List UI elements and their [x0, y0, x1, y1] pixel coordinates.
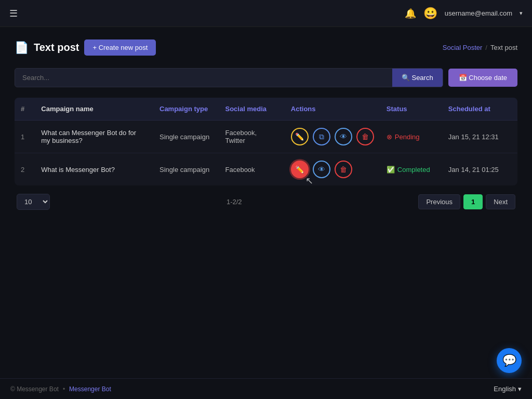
row2-delete-button[interactable]: 🗑 [335, 161, 352, 178]
row2-view-button[interactable]: 👁 [313, 161, 330, 178]
row2-status: ✅ Completed [380, 153, 442, 186]
row1-social-media: Facebook, Twitter [219, 121, 285, 153]
pagination-row: 10 25 50 100 1-2/2 Previous 1 Next [15, 194, 517, 210]
row2-edit-button[interactable]: ✏️ [291, 161, 309, 178]
row1-edit-button[interactable]: ✏️ [291, 128, 309, 145]
footer-dot: • [63, 385, 65, 393]
next-page-button[interactable]: Next [486, 194, 515, 209]
col-header-num: # [15, 98, 35, 121]
col-header-type: Campaign type [153, 98, 219, 121]
row1-actions: ✏️ ⧉ 👁 🗑 [285, 121, 380, 153]
row1-delete-button[interactable]: 🗑 [356, 128, 374, 145]
row2-num: 2 [15, 153, 35, 186]
footer: © Messenger Bot • Messenger Bot English … [0, 378, 532, 399]
row2-actions: ✏️ ↖ 👁 🗑 [285, 153, 380, 186]
search-input[interactable] [15, 69, 392, 87]
col-header-status: Status [380, 98, 442, 121]
choose-date-button[interactable]: 📅 Choose date [448, 69, 517, 87]
avatar: 😀 [423, 7, 437, 20]
language-label: English [494, 385, 516, 393]
status-text: Pending [395, 133, 420, 141]
col-header-social: Social media [219, 98, 285, 121]
page-1-button[interactable]: 1 [463, 194, 483, 209]
row1-campaign-name: What can Messenger Bot do for my busines… [35, 121, 153, 153]
user-dropdown-arrow[interactable]: ▾ [520, 10, 523, 17]
topnav: ☰ 🔔 😀 username@email.com ▾ [0, 0, 532, 27]
page-header: 📄 Text post + Create new post Social Pos… [15, 39, 517, 56]
search-bar-row: 🔍 Search 📅 Choose date [15, 68, 517, 87]
row2-scheduled: Jan 14, 21 01:25 [442, 153, 517, 186]
completed-icon: ✅ [387, 166, 395, 174]
bell-icon[interactable]: 🔔 [405, 8, 416, 19]
breadcrumb-current: Text post [490, 44, 517, 51]
footer-copyright: © Messenger Bot [10, 385, 59, 393]
data-table: # Campaign name Campaign type Social med… [15, 98, 517, 185]
col-header-scheduled: Scheduled at [442, 98, 517, 121]
create-new-post-button[interactable]: + Create new post [84, 39, 156, 56]
main-content: 📄 Text post + Create new post Social Pos… [0, 27, 532, 222]
search-input-wrap: 🔍 Search [15, 68, 443, 87]
search-button[interactable]: 🔍 Search [392, 69, 443, 87]
per-page-group: 10 25 50 100 [17, 194, 50, 210]
row2-campaign-name: What is Messenger Bot? [35, 153, 153, 186]
col-header-actions: Actions [285, 98, 380, 121]
cursor-pointer: ↖ [305, 175, 313, 185]
row1-num: 1 [15, 121, 35, 153]
col-header-name: Campaign name [35, 98, 153, 121]
footer-link[interactable]: Messenger Bot [69, 385, 111, 393]
topnav-right: 🔔 😀 username@email.com ▾ [405, 7, 523, 20]
topnav-left: ☰ [9, 8, 18, 19]
table-row: 1 What can Messenger Bot do for my busin… [15, 121, 517, 153]
page-title-group: 📄 Text post + Create new post [15, 39, 156, 56]
row2-social-media: Facebook [219, 153, 285, 186]
pending-icon: ⊗ [387, 133, 392, 141]
row1-copy-button[interactable]: ⧉ [313, 128, 330, 145]
breadcrumb-separator: / [485, 44, 487, 51]
text-post-icon: 📄 [15, 41, 29, 55]
footer-right: English ▾ [494, 385, 522, 393]
previous-page-button[interactable]: Previous [418, 194, 460, 209]
messenger-fab[interactable]: 💬 [497, 348, 522, 373]
breadcrumb: Social Poster / Text post [443, 44, 517, 51]
breadcrumb-parent-link[interactable]: Social Poster [443, 44, 483, 51]
status-badge: ⊗ Pending [387, 133, 436, 141]
page-title: Text post [34, 42, 79, 54]
row1-status: ⊗ Pending [380, 121, 442, 153]
status-text: Completed [397, 166, 430, 174]
row1-scheduled: Jan 15, 21 12:31 [442, 121, 517, 153]
user-name: username@email.com [445, 9, 512, 17]
table-header-row: # Campaign name Campaign type Social med… [15, 98, 517, 121]
hamburger-icon[interactable]: ☰ [9, 8, 18, 19]
footer-left: © Messenger Bot • Messenger Bot [10, 385, 111, 393]
table-row: 2 What is Messenger Bot? Single campaign… [15, 153, 517, 186]
language-dropdown-arrow: ▾ [518, 385, 522, 393]
row2-campaign-type: Single campaign [153, 153, 219, 186]
language-button[interactable]: English ▾ [494, 385, 522, 393]
pagination-buttons: Previous 1 Next [418, 194, 515, 209]
status-badge: ✅ Completed [387, 166, 436, 174]
row1-campaign-type: Single campaign [153, 121, 219, 153]
per-page-select[interactable]: 10 25 50 100 [17, 194, 50, 210]
pagination-info: 1-2/2 [227, 198, 242, 206]
row1-view-button[interactable]: 👁 [335, 128, 352, 145]
